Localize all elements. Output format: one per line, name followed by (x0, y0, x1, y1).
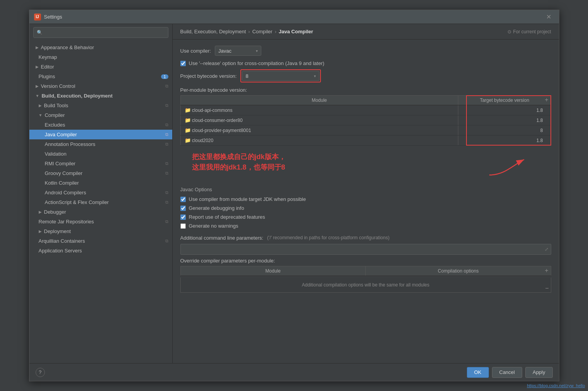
sidebar-item-remote-jar[interactable]: Remote Jar Repositories ⧉ (29, 217, 172, 226)
sidebar-item-build-tools[interactable]: ▶ Build Tools ⧉ (29, 101, 172, 110)
sidebar-item-excludes[interactable]: Excludes ⧉ (29, 120, 172, 130)
annotation-arrow-svg (482, 154, 528, 181)
override-note: Additional compilation options will be t… (180, 278, 551, 293)
add-row-button[interactable]: + (542, 96, 550, 104)
sidebar-item-build-exec-deploy[interactable]: ▼ Build, Execution, Deployment (29, 91, 172, 101)
chevron-down-icon: ▾ (256, 49, 258, 53)
table-row: 📁 cloud2020 1.8 (180, 135, 551, 146)
sidebar-item-validation[interactable]: Validation (29, 149, 172, 159)
copy-icon: ⧉ (165, 190, 168, 195)
cancel-button[interactable]: Cancel (492, 367, 522, 378)
sidebar-item-version-control[interactable]: ▶ Version Control ⧉ (29, 81, 172, 91)
plugins-badge: 1 (161, 74, 168, 79)
module-table-container: Module Target bytecode version + 📁 (180, 95, 551, 146)
sidebar-item-rmi-compiler[interactable]: RMI Compiler ⧉ (29, 159, 172, 168)
title-bar: IJ Settings ✕ (29, 10, 559, 24)
search-box[interactable]: 🔍 (33, 27, 168, 38)
javac-option-checkbox-3[interactable] (180, 214, 186, 220)
sidebar-item-debugger[interactable]: ▶ Debugger (29, 207, 172, 217)
sidebar-item-app-servers[interactable]: Application Servers (29, 246, 172, 256)
apply-button[interactable]: Apply (525, 367, 553, 378)
main-panel: Use compiler: Javac ▾ Use '--release' op… (173, 39, 559, 363)
javac-option-row-1: Use compiler from module target JDK when… (180, 196, 551, 202)
additional-params-hint: ('/' recommended in paths for cross-plat… (267, 235, 551, 240)
sidebar-item-appearance[interactable]: ▶ Appearance & Behavior (29, 43, 172, 52)
sidebar-item-kotlin-compiler[interactable]: Kotlin Compiler (29, 178, 172, 188)
copy-icon: ⧉ (165, 219, 168, 224)
expand-arrow: ▶ (36, 84, 39, 88)
annotation-text: 把这里都换成自己的jdk版本， 这里我用的jdk1.8，也等同于8 (192, 152, 286, 173)
sidebar-item-groovy-compiler[interactable]: Groovy Compiler ⧉ (29, 168, 172, 178)
use-release-checkbox[interactable] (180, 61, 186, 66)
sidebar-item-java-compiler[interactable]: Java Compiler ⧉ (29, 130, 172, 139)
module-name-cell: 📁 cloud-api-commons (180, 105, 458, 115)
ok-button[interactable]: OK (467, 367, 489, 378)
expand-arrow: ▶ (36, 45, 39, 50)
folder-icon: 📁 (185, 137, 191, 143)
window-title: Settings (44, 14, 543, 20)
sidebar-item-plugins[interactable]: Plugins 1 (29, 72, 172, 81)
javac-option-checkbox-2[interactable] (180, 206, 186, 211)
expand-arrow-down: ▼ (39, 113, 43, 117)
table-row: 📁 cloud-api-commons 1.8 (180, 105, 551, 115)
breadcrumb-current: Java Compiler (279, 29, 313, 34)
bytecode-value: 8 (245, 73, 311, 79)
bytecode-dropdown[interactable]: 8 ▾ (242, 71, 319, 81)
sidebar-item-deployment[interactable]: ▶ Deployment (29, 226, 172, 236)
folder-icon: 📁 (185, 127, 191, 133)
main-content: Build, Execution, Deployment › Compiler … (173, 24, 559, 363)
version-col-header: Target bytecode version + (458, 96, 551, 105)
sidebar-item-android-compilers[interactable]: Android Compilers ⧉ (29, 188, 172, 197)
copy-icon: ⧉ (165, 84, 168, 89)
bytecode-version-row: Project bytecode version: 8 ▾ (180, 69, 551, 82)
copy-icon: ⧉ (165, 161, 168, 166)
module-name-cell: 📁 cloud2020 (180, 135, 458, 146)
override-label: Override compiler parameters per-module: (180, 258, 551, 264)
sidebar-item-editor[interactable]: ▶ Editor (29, 62, 172, 72)
sidebar: 🔍 ▶ Appearance & Behavior Keymap ▶ Edito… (29, 24, 173, 363)
expand-arrow: ▶ (39, 210, 42, 214)
project-icon: ⊙ (507, 29, 511, 34)
copy-icon: ⧉ (165, 142, 168, 147)
use-release-row: Use '--release' option for cross-compila… (180, 60, 551, 66)
sidebar-item-keymap[interactable]: Keymap (29, 52, 172, 62)
sidebar-item-actionscript-compiler[interactable]: ActionScript & Flex Compiler ⧉ (29, 197, 172, 207)
sidebar-item-compiler[interactable]: ▼ Compiler (29, 110, 172, 120)
copy-icon: ⧉ (165, 103, 168, 108)
javac-option-row-3: Report use of deprecated features (180, 214, 551, 220)
expand-arrow: ▶ (39, 229, 42, 233)
search-input[interactable] (45, 30, 165, 35)
chevron-down-icon: ▾ (314, 74, 316, 78)
use-release-label: Use '--release' option for cross-compila… (189, 60, 324, 66)
watermark: https://blog.csdn.net/zyw_hello (527, 383, 585, 388)
help-button[interactable]: ? (36, 368, 45, 377)
expand-arrow-down: ▼ (36, 94, 39, 98)
sidebar-item-arquillian[interactable]: Arquillian Containers ⧉ (29, 236, 172, 246)
override-table: Module Compilation options + (180, 266, 551, 276)
breadcrumb-sep2: › (275, 29, 276, 34)
copy-icon: ⧉ (165, 200, 168, 205)
javac-option-checkbox-1[interactable] (180, 197, 186, 202)
add-override-button[interactable]: + (542, 266, 550, 275)
main-layout: 🔍 ▶ Appearance & Behavior Keymap ▶ Edito… (29, 24, 559, 363)
close-button[interactable]: ✕ (543, 12, 554, 22)
use-compiler-dropdown[interactable]: Javac ▾ (215, 46, 261, 56)
copy-icon: ⧉ (165, 171, 168, 176)
breadcrumb: Build, Execution, Deployment › Compiler … (173, 24, 559, 39)
bottom-bar: ? OK Cancel Apply (29, 363, 559, 381)
use-compiler-value: Javac (218, 48, 253, 54)
sidebar-item-annotation-processors[interactable]: Annotation Processors ⧉ (29, 139, 172, 149)
bytecode-label: Project bytecode version: (180, 73, 237, 79)
settings-window: IJ Settings ✕ 🔍 ▶ Appearance & Behavior … (29, 10, 559, 381)
sidebar-list: ▶ Appearance & Behavior Keymap ▶ Editor … (29, 41, 172, 363)
additional-params-row: Additional command line parameters: ('/'… (180, 235, 551, 241)
module-name-cell: 📁 cloud-provider-payment8001 (180, 125, 458, 135)
use-compiler-label: Use compiler: (180, 48, 211, 54)
javac-option-checkbox-4[interactable] (180, 223, 186, 229)
folder-icon: 📁 (185, 117, 191, 123)
breadcrumb-sep1: › (248, 29, 250, 34)
expand-icon: ⤢ (545, 247, 549, 252)
additional-params-input[interactable]: ⤢ (180, 244, 551, 255)
bytecode-dropdown-wrapper: 8 ▾ (240, 69, 321, 82)
remove-override-button[interactable]: − (543, 284, 551, 293)
